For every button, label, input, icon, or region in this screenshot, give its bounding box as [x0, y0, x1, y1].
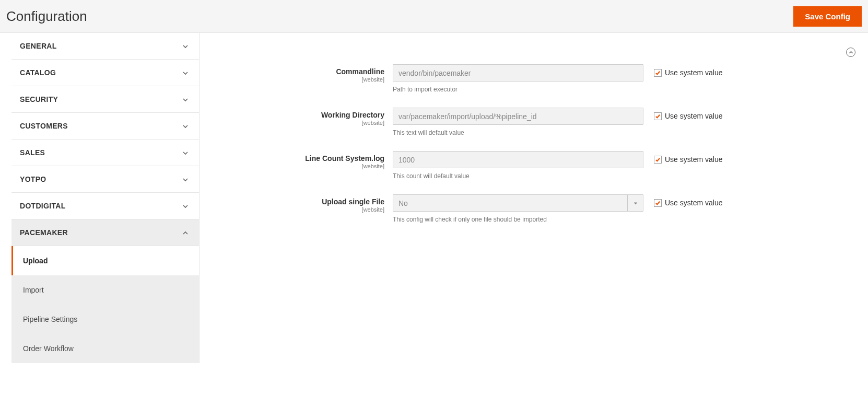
- chevron-down-icon: [182, 96, 189, 102]
- sidebar-item-general[interactable]: GENERAL: [11, 33, 199, 60]
- sidebar-item-pacemaker[interactable]: PACEMAKER: [11, 219, 199, 246]
- save-config-button[interactable]: Save Config: [793, 6, 862, 27]
- sidebar-item-label: CUSTOMERS: [20, 122, 68, 130]
- use-system-label: Use system value: [665, 199, 722, 207]
- commandline-input[interactable]: [393, 64, 643, 82]
- sidebar-item-dotdigital[interactable]: DOTDIGITAL: [11, 193, 199, 219]
- subnav-item-pipeline-settings[interactable]: Pipeline Settings: [11, 305, 199, 334]
- use-system-checkbox[interactable]: [654, 156, 662, 164]
- chevron-down-icon: [182, 123, 189, 129]
- page-title: Configuration: [6, 8, 87, 25]
- line-count-input[interactable]: [393, 151, 643, 168]
- sidebar-item-label: GENERAL: [20, 42, 57, 50]
- page-header: Configuration Save Config: [0, 0, 868, 33]
- sidebar-item-yotpo[interactable]: YOTPO: [11, 166, 199, 193]
- sidebar-item-sales[interactable]: SALES: [11, 140, 199, 166]
- subnav-item-order-workflow[interactable]: Order Workflow: [11, 334, 199, 363]
- use-system-label: Use system value: [665, 112, 722, 120]
- field-scope: [website]: [220, 76, 384, 83]
- config-sidebar: GENERAL CATALOG SECURITY CUSTOMERS SALES…: [11, 33, 200, 363]
- sidebar-item-label: SALES: [20, 148, 45, 157]
- field-row-working-directory: Working Directory [website] This text wi…: [220, 108, 847, 136]
- chevron-down-icon: [182, 69, 189, 76]
- field-scope: [website]: [220, 120, 384, 126]
- use-system-checkbox[interactable]: [654, 199, 662, 207]
- chevron-up-icon: [182, 229, 189, 236]
- field-help: This config will check if only one file …: [393, 216, 643, 223]
- upload-single-select[interactable]: No: [393, 194, 643, 212]
- caret-down-icon: [627, 195, 643, 211]
- use-system-label: Use system value: [665, 68, 722, 77]
- use-system-label: Use system value: [665, 155, 722, 164]
- working-directory-input[interactable]: [393, 108, 643, 125]
- chevron-down-icon: [182, 43, 189, 49]
- select-value: No: [393, 199, 627, 207]
- subnav-item-import[interactable]: Import: [11, 275, 199, 305]
- field-label: Line Count System.log: [305, 154, 384, 162]
- field-row-commandline: Commandline [website] Path to import exe…: [220, 64, 847, 93]
- config-content: Commandline [website] Path to import exe…: [200, 33, 868, 363]
- field-help: This text will default value: [393, 129, 643, 136]
- field-help: This count will default value: [393, 172, 643, 180]
- field-scope: [website]: [220, 206, 384, 213]
- chevron-down-icon: [182, 176, 189, 182]
- chevron-down-icon: [182, 149, 189, 156]
- use-system-checkbox[interactable]: [654, 112, 662, 120]
- sidebar-item-label: SECURITY: [20, 95, 58, 103]
- field-row-line-count: Line Count System.log [website] This cou…: [220, 151, 847, 180]
- section-collapse-toggle[interactable]: [846, 48, 855, 57]
- sidebar-item-catalog[interactable]: CATALOG: [11, 60, 199, 86]
- sidebar-item-security[interactable]: SECURITY: [11, 86, 199, 113]
- field-scope: [website]: [220, 163, 384, 169]
- use-system-checkbox[interactable]: [654, 69, 662, 77]
- field-row-upload-single: Upload single File [website] No This con…: [220, 194, 847, 223]
- field-help: Path to import executor: [393, 86, 643, 93]
- sidebar-item-label: DOTDIGITAL: [20, 202, 66, 210]
- sidebar-item-label: YOTPO: [20, 175, 46, 183]
- field-label: Upload single File: [322, 197, 384, 206]
- subnav-item-upload[interactable]: Upload: [11, 246, 199, 275]
- sidebar-item-customers[interactable]: CUSTOMERS: [11, 113, 199, 140]
- field-label: Commandline: [336, 67, 384, 76]
- field-label: Working Directory: [321, 111, 384, 119]
- svg-marker-0: [634, 202, 637, 204]
- chevron-down-icon: [182, 203, 189, 209]
- sidebar-item-label: PACEMAKER: [20, 228, 68, 237]
- sidebar-item-label: CATALOG: [20, 68, 56, 77]
- sidebar-subnav: Upload Import Pipeline Settings Order Wo…: [11, 246, 199, 363]
